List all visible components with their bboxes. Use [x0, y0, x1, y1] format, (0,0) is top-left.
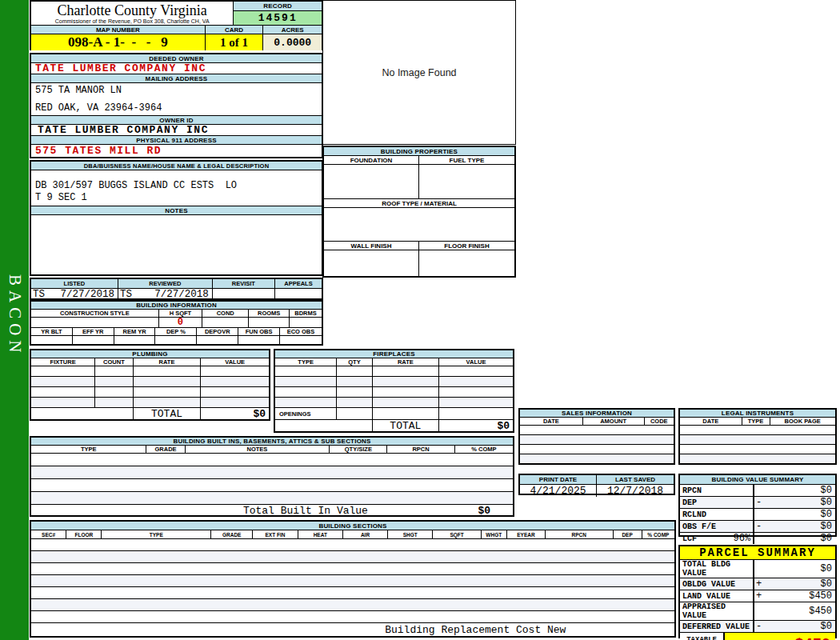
table-row — [31, 387, 269, 398]
county-subtitle: Commissioner of the Revenue, PO Box 308,… — [55, 18, 210, 24]
col-yr-blt: YR BLT — [31, 328, 73, 335]
print-date-label: PRINT DATE — [520, 475, 597, 484]
map-number-value: 098-A - 1- - - 9 — [31, 34, 206, 50]
col-construction-style: CONSTRUCTION STYLE — [31, 310, 159, 317]
legal-description-box: DBA/BUISNESS NAME/HOUSE NAME & LEGAL DES… — [30, 160, 323, 276]
col-bdrms: BDRMS — [290, 310, 322, 317]
table-row — [275, 366, 513, 377]
owner-box: DEEDED OWNER TATE LUMBER COMPANY INC MAI… — [30, 53, 323, 158]
fireplaces-total-label: TOTAL — [373, 420, 439, 432]
plumbing-total-label: TOTAL — [134, 408, 202, 420]
parcel-row-total-bldg: TOTAL BLDG VALUE $0 — [680, 560, 835, 578]
col-air: AIR — [343, 530, 388, 538]
roof-type-value — [324, 208, 514, 242]
col-pct-comp: % COMP — [642, 530, 674, 538]
no-image-text: No Image Found — [382, 67, 456, 78]
table-row — [680, 435, 835, 445]
plumbing-total-value: $0 — [201, 408, 269, 420]
col-qty: QTY — [337, 358, 373, 366]
listed-by: TS — [33, 289, 45, 300]
table-row — [31, 563, 674, 575]
plumbing-title: PLUMBING — [31, 350, 269, 358]
col-dep: DEP — [614, 530, 642, 538]
parcel-row-obldg: OBLDG VALUE + $0 — [680, 578, 835, 590]
col-fixture: FIXTURE — [31, 358, 95, 366]
fireplaces-total-row: TOTAL $0 — [275, 420, 513, 432]
acres-label: ACRES — [263, 26, 322, 34]
col-fun-obs: FUN OBS — [238, 328, 280, 335]
revisit-value — [213, 289, 275, 300]
col-amount: AMOUNT — [583, 418, 645, 425]
table-row — [680, 445, 835, 454]
notes-block — [31, 215, 322, 274]
owner-id-value: TATE LUMBER COMPANY INC — [31, 125, 322, 136]
col-grade: GRADE — [211, 530, 253, 538]
col-rate: RATE — [134, 358, 202, 366]
revisit-label: REVISIT — [213, 279, 275, 288]
fuel-type-label: FUEL TYPE — [419, 156, 514, 164]
builtins-total-row: Total Built In Value $0 — [31, 505, 513, 517]
col-rate: RATE — [373, 358, 439, 366]
table-row — [31, 377, 269, 387]
builtins-box: BUILDING BUILT INS, BASEMENTS, ATTICS & … — [30, 436, 514, 517]
col-rpcn: RPCN — [546, 530, 613, 538]
building-info-box: BUILDING INFORMATION CONSTRUCTION STYLE … — [30, 300, 323, 346]
physical-address-label: PHYSICAL 911 ADDRESS — [31, 136, 322, 145]
col-eyear: EYEAR — [507, 530, 546, 538]
summary-row-rclnd: RCLND $0 — [680, 509, 835, 521]
fireplaces-box: FIREPLACES TYPE QTY RATE VALUE OPENINGS … — [274, 349, 514, 433]
sections-footer-row: Building Replacement Cost New — [31, 623, 674, 636]
table-row — [520, 454, 674, 463]
property-record-card: BACON Charlotte County Virginia Commissi… — [0, 0, 840, 640]
mailing-line1: 575 TA MANOR LN — [35, 85, 318, 96]
card-value: 1 of 1 — [206, 34, 264, 50]
table-row — [31, 587, 674, 599]
table-row — [31, 539, 674, 551]
foundation-label: FOUNDATION — [324, 156, 419, 164]
fuel-type-value — [419, 165, 514, 198]
sidebar-label: BACON — [5, 274, 25, 358]
col-notes: NOTES — [186, 446, 330, 453]
foundation-value — [324, 165, 419, 198]
image-panel: No Image Found — [322, 0, 516, 145]
deeded-owner-value: TATE LUMBER COMPANY INC — [31, 63, 322, 74]
bdrms-value — [290, 318, 322, 327]
parcel-row-deferred: DEFERRED VALUE - $0 — [680, 621, 835, 633]
construction-style-value — [31, 318, 159, 327]
summary-row-dep: DEP - $0 — [680, 497, 835, 509]
listed-value: TS 7/27/2018 — [31, 289, 118, 300]
last-saved-value: 12/7/2018 — [597, 485, 674, 497]
parcel-row-land: LAND VALUE + $450 — [680, 590, 835, 602]
table-row — [31, 551, 674, 563]
col-type: TYPE — [102, 530, 211, 538]
building-value-summary-box: BUILDING VALUE SUMMARY RPCN $0 DEP - $0 — [678, 474, 837, 537]
openings-row: OPENINGS — [275, 408, 513, 420]
building-info-title: BUILDING INFORMATION — [31, 302, 322, 310]
table-row — [31, 398, 269, 408]
reviewed-date: 7/27/2018 — [154, 289, 209, 300]
builtins-total-label: Total Built In Value — [243, 505, 368, 517]
col-qty-size: QTY/SIZE — [330, 446, 387, 453]
col-type: TYPE — [275, 358, 337, 366]
cond-value — [202, 318, 249, 327]
table-row — [31, 479, 513, 492]
table-row — [31, 599, 674, 611]
plumbing-total-row: TOTAL $0 — [31, 408, 269, 420]
reviewed-label: REVIEWED — [118, 279, 213, 288]
sidebar: BACON — [0, 0, 29, 640]
table-row — [520, 435, 674, 445]
record-value: 14591 — [234, 11, 322, 25]
county-header: Charlotte County Virginia Commissioner o… — [31, 2, 234, 25]
col-value: VALUE — [439, 358, 513, 366]
dba-label: DBA/BUISNESS NAME/HOUSE NAME & LEGAL DES… — [31, 162, 322, 170]
col-rem-yr: REM YR — [114, 328, 156, 335]
h-sqft-value: 0 — [159, 318, 202, 327]
table-row — [31, 454, 513, 466]
legal-box: LEGAL INSTRUMENTS DATE TYPE BOOK PAGE — [678, 408, 837, 465]
col-rpcn: RPCN — [387, 446, 454, 453]
physical-address-value: 575 TATES MILL RD — [31, 145, 322, 157]
col-sqft: SQFT — [433, 530, 481, 538]
legal-description-block: DB 301/597 BUGGS ISLAND CC ESTS LO T 9 S… — [31, 170, 322, 206]
building-properties-box: BUILDING PROPERTIES FOUNDATION FUEL TYPE… — [322, 146, 516, 278]
last-saved-label: LAST SAVED — [597, 475, 674, 484]
